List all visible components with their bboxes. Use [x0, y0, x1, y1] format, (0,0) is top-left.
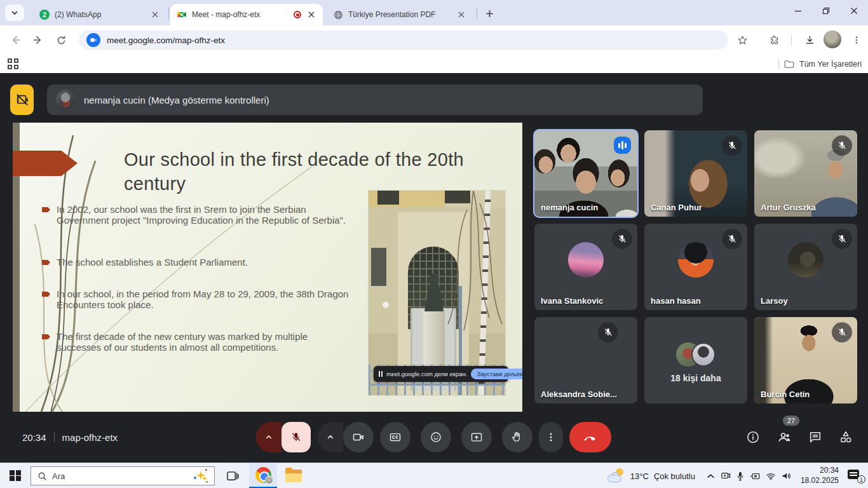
window-minimize-button[interactable]	[784, 0, 812, 22]
more-participants-tile[interactable]: 18 kişi daha	[644, 317, 747, 403]
notification-center-button[interactable]: 1	[848, 468, 864, 484]
tab-separator	[168, 8, 169, 19]
present-screen-button[interactable]	[461, 422, 492, 452]
chevron-down-icon	[11, 9, 18, 17]
stop-sharing-button[interactable]: Заустави дељење	[471, 369, 522, 379]
bullet-text: In our school, in the period from May 28…	[57, 288, 355, 310]
bullet-text: The school establishes a Student Parliam…	[57, 257, 248, 268]
mic-options-chevron[interactable]	[256, 422, 281, 452]
meet-control-bar: 20:34 map-ofhz-etx	[0, 412, 868, 463]
tree-branches	[429, 191, 505, 343]
reactions-button[interactable]	[421, 422, 451, 452]
participant-name: Ivana Stankovic	[541, 296, 603, 306]
media-blocked-icon	[15, 93, 29, 107]
bookmarks-separator	[778, 59, 779, 69]
participant-tile[interactable]: hasan hasan	[644, 224, 747, 310]
screen-share-notification-bar: meet.google.com дели екран. Заустави дељ…	[374, 366, 508, 382]
taskbar-clock[interactable]: 20:34 18.02.2025	[798, 466, 841, 485]
close-tab-icon[interactable]	[306, 10, 316, 20]
window-restore-button[interactable]	[812, 0, 840, 22]
meet-favicon	[177, 10, 187, 20]
tray-expand-chevron-icon[interactable]	[707, 472, 715, 480]
participant-tile[interactable]: Ivana Stankovic	[534, 224, 637, 310]
microphone-button-group	[256, 422, 311, 452]
participant-tile[interactable]: Burcin Cetin	[754, 317, 857, 403]
close-tab-icon[interactable]	[150, 10, 160, 20]
camera-options-chevron[interactable]	[318, 422, 343, 452]
new-tab-button[interactable]	[482, 6, 497, 21]
pause-icon[interactable]	[379, 371, 383, 377]
tab-title: Türkiye Presentation PDF	[348, 10, 451, 19]
tab-meet-active[interactable]: Meet - map-ofhz-etx	[170, 4, 323, 25]
tray-camera-icon[interactable]	[721, 471, 731, 480]
start-button[interactable]	[0, 463, 31, 488]
meeting-info-button[interactable]	[745, 430, 761, 445]
browser-menu-button[interactable]	[846, 30, 867, 50]
participant-avatar	[568, 242, 604, 278]
search-placeholder: Ara	[52, 471, 189, 481]
participants-panel-button[interactable]	[777, 430, 792, 445]
search-highlights-icon[interactable]	[194, 469, 208, 483]
videocam-icon	[352, 431, 365, 444]
taskbar-chrome-button-active[interactable]	[249, 463, 277, 488]
taskbar-search-box[interactable]: Ara	[31, 466, 215, 485]
end-call-button[interactable]	[569, 422, 611, 452]
chrome-profile-mini-avatar	[265, 476, 273, 484]
taskbar-weather-widget[interactable]: 13°C Çok bulutlu	[607, 468, 700, 484]
meet-main-area: nemanja cucin (Medya gösterme kontroller…	[0, 73, 868, 463]
presenter-banner: nemanja cucin (Medya gösterme kontroller…	[47, 85, 703, 115]
participant-tile[interactable]: Larsoy	[754, 224, 857, 310]
tab-pdf[interactable]: Türkiye Presentation PDF	[327, 4, 473, 25]
bullet-marker-icon	[42, 207, 50, 212]
captions-button[interactable]	[380, 422, 410, 452]
more-options-button[interactable]	[539, 422, 563, 452]
extensions-puzzle-button[interactable]	[764, 30, 784, 50]
participant-tile[interactable]: nemanja cucin	[534, 130, 637, 217]
bullet-text: The first decade of the new century was …	[57, 331, 355, 353]
tab-search-chevron-button[interactable]	[5, 4, 24, 21]
mic-toggle-button-muted[interactable]	[281, 422, 311, 452]
slide-photo-school-building	[369, 191, 505, 395]
tab-whatsapp[interactable]: 2 (2) WhatsApp	[33, 4, 166, 25]
participant-avatar	[788, 242, 824, 278]
raise-hand-button[interactable]	[502, 422, 532, 452]
apps-grid-icon[interactable]	[8, 58, 18, 69]
activities-icon	[839, 430, 853, 444]
browser-profile-avatar[interactable]	[824, 30, 841, 48]
taskbar-file-explorer-button[interactable]	[280, 463, 308, 488]
camera-button-group	[318, 422, 374, 452]
window-close-button[interactable]	[840, 0, 868, 22]
bullet-text: In 2002, our school was the first in Sre…	[57, 204, 355, 226]
all-bookmarks-label[interactable]: Tüm Yer İşaretleri	[799, 60, 862, 69]
participant-tile[interactable]: Artur Gruszka	[754, 130, 857, 217]
tray-microphone-icon[interactable]	[736, 471, 744, 481]
activities-button[interactable]	[838, 430, 853, 445]
download-button[interactable]	[799, 30, 820, 50]
chevron-up-icon	[327, 433, 334, 441]
back-button[interactable]	[5, 30, 25, 50]
participant-name: Aleksandra Sobie...	[541, 390, 617, 399]
chat-panel-button[interactable]	[808, 430, 823, 445]
bookmark-star-button[interactable]	[732, 30, 752, 50]
reload-button[interactable]	[51, 30, 71, 50]
media-blocked-badge[interactable]	[10, 85, 34, 115]
participant-tile[interactable]: Aleksandra Sobie...	[534, 317, 637, 403]
participant-grid: nemanja cucin Canan Puhur Artur Gruszka …	[534, 130, 857, 403]
toolbar-separator	[791, 34, 792, 46]
task-view-button[interactable]	[219, 463, 247, 488]
mic-muted-icon	[832, 135, 852, 156]
camera-toggle-button[interactable]	[343, 422, 374, 452]
slide-bullet: In our school, in the period from May 28…	[42, 288, 355, 310]
address-bar[interactable]: meet.google.com/map-ofhz-etx	[79, 30, 728, 50]
participant-tile[interactable]: Canan Puhur	[644, 130, 747, 217]
close-tab-icon[interactable]	[456, 10, 466, 20]
tray-wifi-icon[interactable]	[766, 472, 776, 480]
whatsapp-favicon-badge: 2	[39, 10, 50, 20]
camera-in-use-icon[interactable]	[86, 33, 100, 47]
tray-volume-icon[interactable]	[782, 471, 792, 480]
tray-input-x-icon[interactable]	[750, 472, 760, 480]
slide-bullet: The first decade of the new century was …	[42, 331, 355, 353]
forward-button[interactable]	[28, 30, 48, 50]
participant-name: Burcin Cetin	[761, 390, 810, 399]
tab-title: (2) WhatsApp	[55, 10, 145, 19]
